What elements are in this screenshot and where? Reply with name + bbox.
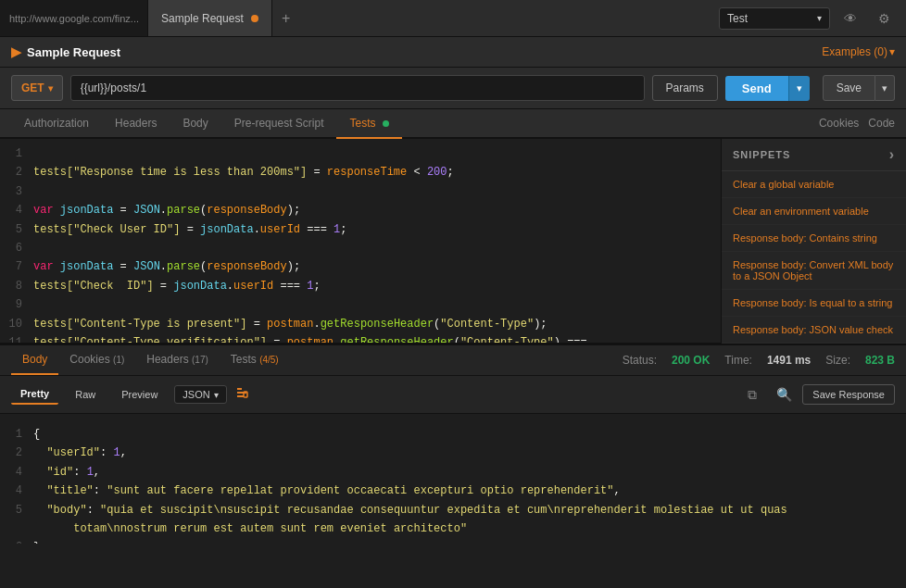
env-label: Test — [727, 12, 748, 25]
json-line-6: 6} — [0, 538, 906, 544]
size-value: 823 B — [865, 354, 895, 367]
eye-icon[interactable]: 👁 — [837, 6, 863, 31]
code-line-5: 5tests["Check User ID"] = jsonData.userI… — [0, 220, 721, 239]
json-line-1: 1{ — [0, 425, 906, 444]
json-line-5a: 5 "body": "quia et suscipit\nsuscipit re… — [0, 501, 906, 519]
status-label: Status: — [623, 354, 657, 367]
examples-chevron-icon: ▾ — [889, 45, 895, 58]
gear-icon[interactable]: ⚙ — [871, 6, 897, 31]
examples-link[interactable]: Examples (0) ▾ — [822, 45, 895, 58]
tab-headers[interactable]: Headers — [102, 109, 170, 137]
response-tab-headers[interactable]: Headers (17) — [135, 345, 220, 375]
cookies-count-badge: (1) — [113, 355, 124, 365]
tab-area: Sample Request + — [148, 0, 710, 36]
save-button[interactable]: Save — [823, 75, 875, 101]
examples-label: Examples (0) — [822, 45, 887, 58]
request-bar: ▶ Sample Request Examples (0) ▾ — [0, 37, 906, 68]
json-line-4a: 4 "id": 1, — [0, 463, 906, 482]
method-chevron-icon: ▾ — [48, 83, 53, 94]
response-tab-cookies[interactable]: Cookies (1) — [58, 345, 135, 375]
env-chevron-icon: ▾ — [817, 13, 822, 23]
active-tab[interactable]: Sample Request — [148, 0, 272, 36]
new-tab-button[interactable]: + — [272, 0, 300, 36]
request-tabs-right: Cookies Code — [819, 117, 895, 130]
snippets-title: SNIPPETS — [733, 149, 790, 160]
view-preview-button[interactable]: Preview — [112, 385, 167, 404]
format-icon[interactable] — [234, 384, 255, 405]
environment-select[interactable]: Test ▾ — [719, 7, 830, 30]
snippet-clear-global[interactable]: Clear a global variable — [722, 171, 906, 198]
tab-pre-request-script[interactable]: Pre-request Script — [221, 109, 337, 137]
search-response-icon[interactable]: 🔍 — [771, 382, 797, 407]
json-line-5b: totam\nnostrum rerum est autem sunt rem … — [0, 519, 906, 538]
tab-modified-dot — [251, 15, 258, 22]
json-output: 1{ 2 "userId": 1, 4 "id": 1, 4 "title": … — [0, 414, 906, 544]
svg-rect-2 — [237, 395, 244, 397]
snippets-header: SNIPPETS › — [722, 139, 906, 171]
tab-tests[interactable]: Tests — [336, 109, 401, 139]
view-pretty-button[interactable]: Pretty — [11, 384, 58, 405]
time-label: Time: — [724, 354, 752, 367]
code-line-11a: 11tests["Content-Type verifitcation"] = … — [0, 333, 721, 343]
request-name: ▶ Sample Request — [11, 44, 120, 59]
url-input[interactable] — [70, 75, 645, 101]
response-tabs: Body Cookies (1) Headers (17) Tests (4/5… — [11, 345, 290, 375]
code-line-7: 7var jsonData = JSON.parse(responseBody)… — [0, 257, 721, 276]
format-select[interactable]: JSON ▾ — [174, 385, 226, 404]
response-area: Body Cookies (1) Headers (17) Tests (4/5… — [0, 343, 906, 544]
code-line-10: 10tests["Content-Type is present"] = pos… — [0, 315, 721, 333]
method-select[interactable]: GET ▾ — [11, 75, 63, 101]
code-line-2: 2tests["Response time is less than 200ms… — [0, 163, 721, 181]
response-tab-body[interactable]: Body — [11, 345, 58, 375]
response-tab-tests[interactable]: Tests (4/5) — [220, 345, 290, 375]
json-output-editor: 1{ 2 "userId": 1, 4 "id": 1, 4 "title": … — [0, 419, 906, 544]
code-line-8: 8tests["Check ID"] = jsonData.userId ===… — [0, 277, 721, 295]
save-dropdown-button[interactable]: ▾ — [875, 75, 895, 101]
send-button[interactable]: Send — [725, 76, 788, 101]
code-line-9: 9 — [0, 295, 721, 314]
main-content: 1 2tests["Response time is less than 200… — [0, 139, 906, 343]
snippet-body-equal[interactable]: Response body: Is equal to a string — [722, 290, 906, 317]
svg-rect-0 — [237, 388, 242, 390]
save-group: Save ▾ — [823, 75, 895, 101]
top-bar: http://www.google.com/finz... Sample Req… — [0, 0, 906, 37]
snippet-body-contains[interactable]: Response body: Contains string — [722, 225, 906, 252]
response-tabs-row: Body Cookies (1) Headers (17) Tests (4/5… — [0, 345, 906, 376]
send-group: Send ▾ — [725, 76, 810, 101]
code-editor-area[interactable]: 1 2tests["Response time is less than 200… — [0, 139, 721, 343]
json-line-2: 2 "userId": 1, — [0, 444, 906, 462]
snippet-clear-env[interactable]: Clear an environment variable — [722, 198, 906, 225]
request-tabs: Authorization Headers Body Pre-request S… — [11, 109, 402, 137]
snippet-body-json-check[interactable]: Response body: JSON value check — [722, 317, 906, 344]
code-editor: 1 2tests["Response time is less than 200… — [0, 139, 721, 343]
params-button[interactable]: Params — [652, 75, 718, 101]
tab-body[interactable]: Body — [170, 109, 220, 137]
response-meta: Status: 200 OK Time: 1491 ms Size: 823 B — [623, 354, 895, 367]
json-line-4b: 4 "title": "sunt aut facere repellat pro… — [0, 482, 906, 500]
format-chevron-icon: ▾ — [214, 390, 219, 400]
top-right-controls: Test ▾ 👁 ⚙ — [710, 6, 906, 31]
copy-response-icon[interactable]: ⧉ — [739, 382, 765, 407]
code-line-4: 4var jsonData = JSON.parse(responseBody)… — [0, 201, 721, 219]
response-toolbar: Pretty Raw Preview JSON ▾ ⧉ 🔍 Save Respo… — [0, 376, 906, 414]
snippet-body-convert-xml[interactable]: Response body: Convert XML body to a JSO… — [722, 252, 906, 290]
code-line-6: 6 — [0, 239, 721, 257]
tab-authorization[interactable]: Authorization — [11, 109, 102, 137]
view-raw-button[interactable]: Raw — [66, 385, 105, 404]
format-label: JSON — [182, 389, 209, 400]
snippets-panel: SNIPPETS › Clear a global variable Clear… — [721, 139, 906, 343]
request-tabs-row: Authorization Headers Body Pre-request S… — [0, 109, 906, 139]
method-label: GET — [21, 81, 44, 94]
tab-label: Sample Request — [161, 12, 244, 25]
request-name-text: Sample Request — [27, 45, 120, 59]
code-line-3: 3 — [0, 182, 721, 201]
tests-active-badge — [383, 120, 389, 127]
snippets-expand-icon[interactable]: › — [889, 146, 895, 163]
cookies-link[interactable]: Cookies — [819, 117, 859, 130]
code-link[interactable]: Code — [868, 117, 895, 130]
send-dropdown-button[interactable]: ▾ — [788, 76, 810, 101]
time-value: 1491 ms — [767, 354, 811, 367]
headers-count-badge: (17) — [192, 355, 208, 365]
save-response-button[interactable]: Save Response — [802, 384, 895, 405]
code-line-1: 1 — [0, 144, 721, 163]
